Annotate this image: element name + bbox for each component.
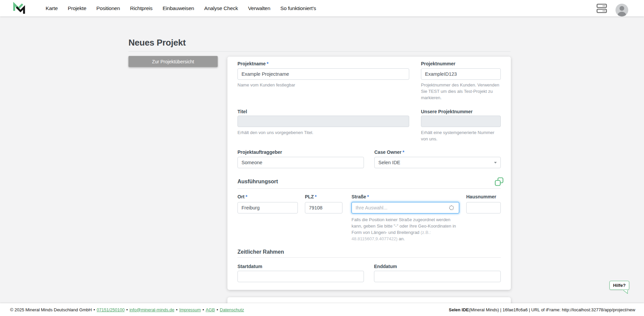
case-owner-label: Case Owner*	[374, 149, 404, 155]
section-ausfuehrungsort-title: Ausführungsort	[237, 179, 278, 185]
ort-input[interactable]	[237, 202, 298, 213]
projektnummer-helper: Projektnummer des Kunden. Verwenden Sie …	[421, 82, 501, 101]
strasse-helper-suffix: an.	[397, 236, 405, 241]
footer-link-phone[interactable]: 07151/250100	[97, 307, 124, 312]
chevron-down-icon	[494, 162, 497, 164]
strasse-helper: Falls die Position keiner Straße zugeord…	[352, 216, 458, 242]
avatar-head-icon	[620, 6, 624, 11]
nav-item-verwalten[interactable]: Verwalten	[248, 5, 270, 11]
footer-separator: •	[126, 307, 128, 312]
nav-item-positionen[interactable]: Positionen	[96, 5, 120, 11]
titel-input	[237, 116, 409, 127]
required-asterisk: *	[367, 194, 369, 199]
footer-separator: •	[176, 307, 178, 312]
plz-input[interactable]	[305, 202, 342, 213]
plz-label: PLZ*	[305, 194, 317, 199]
projektname-label: Projektname*	[237, 61, 269, 66]
titel-label: Titel	[237, 109, 247, 114]
new-project-form-card: Projektname* Name vom Kunden festlegbar …	[227, 57, 511, 290]
strasse-label: Straße*	[352, 194, 369, 199]
startdatum-input[interactable]	[237, 271, 364, 282]
main-nav: Karte Projekte Positionen Richtpreis Ein…	[46, 0, 316, 16]
required-asterisk: *	[246, 194, 247, 199]
unsere-projektnummer-helper: Erhält eine systemgenerierte Nummer von …	[421, 129, 501, 142]
section-zeitlicher-rahmen-title: Zeitlicher Rahmen	[237, 249, 284, 255]
section-divider	[237, 257, 501, 258]
user-avatar[interactable]	[615, 4, 628, 16]
required-asterisk: *	[315, 194, 316, 199]
projektname-label-text: Projektname	[237, 61, 266, 66]
nav-item-einbauweisen[interactable]: Einbauweisen	[163, 5, 194, 11]
nav-item-karte[interactable]: Karte	[46, 5, 58, 11]
footer-copyright: © 2025 Mineral Minds Deutschland GmbH	[10, 307, 92, 312]
navbar: Karte Projekte Positionen Richtpreis Ein…	[0, 0, 644, 16]
footer-link-datenschutz[interactable]: Datenschutz	[220, 307, 244, 312]
projektauftraggeber-input[interactable]	[237, 157, 364, 168]
footer-session-rest: (Mineral Minds) | 16fae1ffc6a6 | URL of …	[469, 307, 635, 312]
ort-label: Ort*	[237, 194, 247, 199]
titel-helper: Erhält den von uns vorgegebenen Titel.	[237, 129, 409, 136]
case-owner-label-text: Case Owner	[374, 149, 401, 155]
nav-item-richtpreis[interactable]: Richtpreis	[130, 5, 153, 11]
projektname-helper: Name vom Kunden festlegbar	[237, 82, 409, 88]
strasse-input[interactable]	[352, 202, 459, 213]
project-overview-button[interactable]: Zur Projektübersicht	[128, 56, 218, 67]
loading-spinner-icon	[449, 205, 454, 210]
help-label: Hilfe?	[613, 283, 626, 288]
footer-separator: •	[203, 307, 204, 312]
footer-link-agb[interactable]: AGB	[206, 307, 215, 312]
help-bubble-tail	[623, 290, 628, 294]
mineral-minds-logo-icon[interactable]	[12, 2, 25, 15]
plz-label-text: PLZ	[305, 194, 314, 199]
enddatum-label: Enddatum	[374, 264, 397, 269]
case-owner-select[interactable]: Selen IDE	[374, 157, 501, 168]
unsere-projektnummer-label: Unsere Projektnummer	[421, 109, 473, 114]
required-asterisk: *	[402, 149, 404, 155]
footer-link-impressum[interactable]: Impressum	[179, 307, 201, 312]
hausnummer-input[interactable]	[466, 202, 501, 213]
title-divider	[128, 51, 511, 52]
page-title: Neues Projekt	[128, 38, 186, 48]
nav-item-analyse-check[interactable]: Analyse Check	[204, 5, 238, 11]
required-asterisk: *	[267, 61, 268, 66]
startdatum-label: Startdatum	[237, 264, 262, 269]
projektauftraggeber-label: Projektauftraggeber	[237, 149, 282, 155]
hausnummer-label: Hausnummer	[466, 194, 496, 199]
footer-session-user: Selen IDE	[449, 307, 469, 312]
footer: © 2025 Mineral Minds Deutschland GmbH • …	[0, 303, 644, 316]
projektnummer-label: Projektnummer	[421, 61, 455, 66]
footer-separator: •	[217, 307, 218, 312]
enddatum-input[interactable]	[374, 271, 501, 282]
projektname-input[interactable]	[237, 68, 409, 80]
footer-link-email[interactable]: info@mineral-minds.de	[129, 307, 174, 312]
copy-icon[interactable]	[495, 177, 504, 186]
footer-session-info: Selen IDE (Mineral Minds) | 16fae1ffc6a6…	[449, 303, 635, 316]
nav-item-so-funktionierts[interactable]: So funktioniert's	[280, 5, 316, 11]
nav-item-projekte[interactable]: Projekte	[68, 5, 86, 11]
unsere-projektnummer-input	[421, 116, 501, 127]
section-divider	[237, 188, 501, 189]
footer-separator: •	[94, 307, 95, 312]
projektnummer-input[interactable]	[421, 68, 501, 80]
server-icon[interactable]	[596, 3, 607, 13]
strasse-label-text: Straße	[352, 194, 366, 199]
ort-label-text: Ort	[237, 194, 245, 199]
help-button[interactable]: Hilfe?	[609, 281, 629, 290]
footer-left: © 2025 Mineral Minds Deutschland GmbH • …	[10, 303, 244, 316]
strasse-helper-main: Falls die Position keiner Straße zugeord…	[352, 217, 456, 235]
screen: Karte Projekte Positionen Richtpreis Ein…	[0, 0, 644, 316]
avatar-body-icon	[618, 12, 626, 16]
case-owner-selected-value: Selen IDE	[378, 160, 400, 165]
